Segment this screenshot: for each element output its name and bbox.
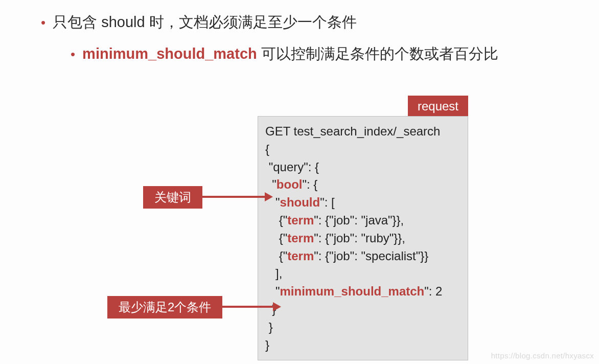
code-line: {"term": {"job": "ruby"}}, <box>265 230 460 247</box>
code-line: "bool": { <box>265 176 460 194</box>
callout-text: 关键词 <box>154 189 191 206</box>
watermark-text: https://blog.csdn.net/hxyascx <box>491 351 594 360</box>
code-line: ], <box>265 265 460 283</box>
code-keyword-term: term <box>287 213 314 227</box>
bullet-dot: • <box>41 16 45 29</box>
callout-label-keyword: 关键词 <box>143 186 202 209</box>
bullet-dot: • <box>71 48 75 61</box>
bullet-item-2: • minimum_should_match 可以控制满足条件的个数或者百分比 <box>71 43 579 65</box>
text: 可以控制满足条件的个数或者百分比 <box>257 46 498 62</box>
diagram-area: request GET test_search_index/_search { … <box>41 96 579 361</box>
code-line: } <box>265 301 460 318</box>
bullet-text-2: minimum_should_match 可以控制满足条件的个数或者百分比 <box>82 43 498 65</box>
code-line: } <box>265 336 460 354</box>
text: 只包含 <box>53 14 101 30</box>
tab-label: request <box>418 99 458 113</box>
text-keyword: minimum_should_match <box>82 46 257 62</box>
code-block: GET test_search_index/_search { "query":… <box>258 116 468 360</box>
callout-label-min2: 最少满足2个条件 <box>107 296 222 318</box>
code-line: "minimum_should_match": 2 <box>265 283 460 301</box>
code-keyword-term: term <box>287 249 314 263</box>
code-keyword-term: term <box>287 231 314 245</box>
text: 时，文档必须满足至少一个条件 <box>145 14 357 30</box>
callout-text: 最少满足2个条件 <box>119 299 211 315</box>
code-keyword-min-should-match: minimum_should_match <box>280 284 425 298</box>
code-line: "query": { <box>265 158 460 176</box>
code-line: } <box>265 318 460 336</box>
code-line: { <box>265 141 460 158</box>
code-line: "should": [ <box>265 194 460 212</box>
bullet-text-1: 只包含 should 时，文档必须满足至少一个条件 <box>53 11 357 34</box>
code-line: {"term": {"job": "java"}}, <box>265 212 460 230</box>
code-tab-request: request <box>408 96 468 117</box>
bullet-item-1: • 只包含 should 时，文档必须满足至少一个条件 <box>41 11 579 34</box>
code-keyword-bool: bool <box>277 177 303 191</box>
code-line: {"term": {"job": "specialist"}} <box>265 247 460 265</box>
text-keyword: should <box>101 14 145 30</box>
slide-content: • 只包含 should 时，文档必须满足至少一个条件 • minimum_sh… <box>0 0 599 361</box>
code-keyword-should: should <box>280 195 320 209</box>
code-line: GET test_search_index/_search <box>265 123 460 141</box>
